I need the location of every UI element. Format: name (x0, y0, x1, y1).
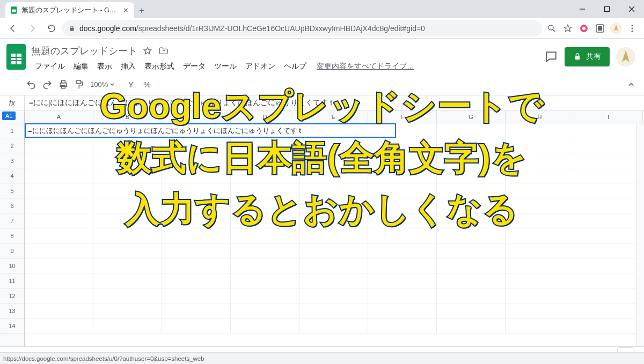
row-header-5[interactable]: 5 (0, 183, 24, 198)
menu-insert[interactable]: 挿入 (117, 60, 140, 73)
profile-avatar-icon[interactable] (609, 21, 624, 36)
column-header-G[interactable]: G (437, 110, 506, 123)
forward-button[interactable] (24, 20, 41, 37)
menu-data[interactable]: データ (179, 60, 209, 73)
reload-button[interactable] (43, 20, 60, 37)
svg-line-10 (553, 29, 555, 32)
menu-file[interactable]: ファイル (31, 60, 69, 73)
fx-icon[interactable]: fx (0, 95, 25, 110)
row-header-7[interactable]: 7 (0, 213, 24, 228)
star-outline-icon[interactable] (143, 46, 152, 56)
vertical-scrollbar[interactable] (636, 123, 644, 346)
row-header-14[interactable]: 14 (0, 318, 24, 333)
collapse-toolbar-button[interactable] (624, 77, 639, 92)
zoom-dropdown[interactable]: 100% (88, 77, 116, 92)
share-label: 共有 (586, 52, 601, 62)
kebab-menu-icon[interactable] (625, 21, 640, 36)
svg-rect-3 (13, 10, 14, 12)
column-header-E[interactable]: E (299, 110, 368, 123)
svg-point-18 (632, 30, 633, 32)
column-header-D[interactable]: D (231, 110, 299, 123)
menu-bar: ファイル 編集 表示 挿入 表示形式 データ ツール アドオン ヘルプ 変更内容… (31, 59, 540, 74)
svg-point-16 (632, 25, 633, 26)
column-header-B[interactable]: B (93, 110, 162, 123)
menu-format[interactable]: 表示形式 (141, 60, 178, 73)
sheets-favicon (10, 6, 18, 14)
lock-icon (69, 25, 75, 32)
name-box[interactable]: A1 (0, 110, 25, 123)
column-header-A[interactable]: A (25, 110, 93, 123)
svg-rect-28 (62, 85, 65, 88)
svg-rect-24 (575, 56, 580, 60)
window-minimize-button[interactable] (570, 0, 595, 18)
menu-addons[interactable]: アドオン (241, 60, 279, 73)
row-header-12[interactable]: 12 (0, 288, 24, 303)
row-header-11[interactable]: 11 (0, 273, 24, 288)
sheets-logo-icon[interactable] (5, 43, 27, 71)
column-header-I[interactable]: I (574, 110, 643, 123)
bookmark-star-icon[interactable] (560, 21, 575, 36)
extension-icon-1[interactable] (576, 21, 591, 36)
account-avatar[interactable] (616, 47, 635, 66)
browser-tab[interactable]: 無題のスプレッドシート - Google スプ ✕ (5, 2, 134, 18)
formula-bar: fx =にに|にほにほんごにほんごにゅうりょにほんごにゅうりょくにほんごにゅうり… (0, 95, 644, 110)
row-header-6[interactable]: 6 (0, 198, 24, 213)
sheets-header: 無題のスプレッドシート ファイル 編集 表示 挿入 表示形式 データ ツール ア… (0, 39, 644, 74)
undo-button[interactable] (24, 77, 39, 92)
toolbar: 100% ¥ % (0, 74, 644, 95)
svg-point-17 (632, 27, 633, 29)
document-title[interactable]: 無題のスプレッドシート (31, 44, 137, 57)
row-header-9[interactable]: 9 (0, 243, 24, 258)
window-titlebar: 無題のスプレッドシート - Google スプ ✕ + (0, 0, 644, 18)
browser-status-bar: https://docs.google.com/spreadsheets/u/0… (0, 352, 644, 364)
column-header-H[interactable]: H (506, 110, 574, 123)
row-header-3[interactable]: 3 (0, 153, 24, 168)
new-tab-button[interactable]: + (134, 3, 149, 18)
window-maximize-button[interactable] (595, 0, 619, 18)
paint-format-button[interactable] (72, 77, 87, 92)
save-status[interactable]: 変更内容をすべてドライブ… (317, 62, 414, 71)
row-header-10[interactable]: 10 (0, 258, 24, 273)
extension-icon-2[interactable] (592, 21, 608, 36)
menu-view[interactable]: 表示 (93, 60, 116, 73)
comments-icon[interactable] (544, 50, 558, 64)
menu-tools[interactable]: ツール (210, 60, 240, 73)
tab-title: 無題のスプレッドシート - Google スプ (21, 6, 120, 15)
percent-button[interactable]: % (140, 77, 155, 92)
column-header-C[interactable]: C (162, 110, 231, 123)
redo-button[interactable] (40, 77, 55, 92)
svg-point-12 (582, 27, 586, 30)
svg-rect-8 (70, 28, 74, 31)
svg-rect-27 (62, 80, 65, 83)
menu-edit[interactable]: 編集 (70, 60, 92, 73)
svg-point-9 (548, 25, 553, 30)
move-to-folder-icon[interactable] (158, 46, 169, 56)
column-header-F[interactable]: F (368, 110, 437, 123)
print-button[interactable] (56, 77, 71, 92)
share-button[interactable]: 共有 (565, 47, 610, 66)
active-cell-a1[interactable]: =ににほにほんごにほんごにゅうりょにほんごにゅうりょくにほんごにゅうりょくてす … (25, 123, 396, 138)
row-header-13[interactable]: 13 (0, 303, 24, 318)
row-header-2[interactable]: 2 (0, 138, 24, 153)
url-text: docs.google.com/spreadsheets/d/1rR3IJMZ-… (79, 24, 425, 33)
spreadsheet-grid[interactable]: A1 ABCDEFGHI 1234567891011121314 =ににほにほん… (0, 110, 644, 346)
row-header-8[interactable]: 8 (0, 228, 24, 243)
window-close-button[interactable] (619, 0, 644, 18)
menu-help[interactable]: ヘルプ (280, 60, 310, 73)
svg-rect-5 (605, 7, 610, 12)
tab-close-icon[interactable]: ✕ (123, 6, 129, 14)
zoom-indicator-icon[interactable] (544, 21, 559, 36)
url-input[interactable]: docs.google.com/spreadsheets/d/1rR3IJMZ-… (62, 20, 542, 36)
back-button[interactable] (4, 20, 21, 37)
currency-button[interactable]: ¥ (123, 77, 138, 92)
svg-rect-29 (76, 80, 80, 83)
svg-rect-14 (598, 26, 602, 31)
row-header-1[interactable]: 1 (0, 123, 24, 138)
lock-icon (573, 53, 582, 61)
address-bar: docs.google.com/spreadsheets/d/1rR3IJMZ-… (0, 18, 644, 39)
row-header-4[interactable]: 4 (0, 168, 24, 183)
formula-input[interactable]: =にに|にほにほんごにほんごにゅうりょにほんごにゅうりょくにほんごにゅうりょくて… (25, 98, 644, 108)
